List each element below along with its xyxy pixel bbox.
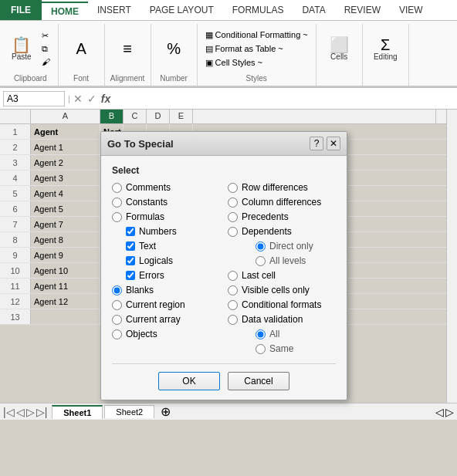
cell[interactable]: Agent 2 (31, 155, 100, 170)
scroll-right-icon[interactable]: ▷ (445, 406, 454, 418)
sheet-nav-next[interactable]: ▷ (26, 406, 35, 418)
paste-button[interactable]: 📋 Paste (8, 35, 36, 63)
radio-col-diff[interactable] (228, 197, 238, 208)
check-logicals[interactable] (126, 256, 135, 265)
dialog-body: Select Comments Constants Formulas (101, 156, 347, 400)
cells-button[interactable]: ⬜ Cells (326, 35, 353, 63)
font-label: Font (73, 74, 89, 83)
tab-view[interactable]: VIEW (390, 0, 432, 20)
radio-dependents[interactable] (228, 227, 238, 237)
cell[interactable]: Agent 5 (31, 201, 100, 216)
ok-button[interactable]: OK (158, 372, 220, 390)
col-header-a[interactable]: A (31, 110, 100, 123)
cell[interactable]: Agent 12 (31, 294, 100, 309)
conditional-formatting-button[interactable]: ▦ Conditional Formatting ~ (202, 29, 311, 41)
radio-direct-only[interactable] (256, 241, 266, 252)
cell[interactable]: Agent 1 (31, 140, 100, 154)
radio-row-diff[interactable] (228, 183, 238, 193)
col-headers: A B C D E (0, 110, 457, 124)
radio-formulas[interactable] (112, 212, 122, 222)
add-sheet-button[interactable]: ⊕ (156, 404, 175, 419)
alignment-button[interactable]: ≡ (116, 39, 139, 59)
radio-current-array[interactable] (112, 315, 122, 325)
cell[interactable]: Agent (31, 124, 100, 139)
font-button[interactable]: A (69, 39, 93, 59)
tab-review[interactable]: REVIEW (335, 0, 390, 20)
cell[interactable]: Agent 11 (31, 279, 100, 293)
option-text: Text (112, 241, 220, 252)
cell[interactable]: Agent 9 (31, 248, 100, 262)
format-painter-button[interactable]: 🖌 (39, 56, 53, 67)
confirm-formula-icon[interactable]: ✓ (87, 93, 96, 105)
format-as-table-button[interactable]: ▤ Format as Table ~ (202, 43, 286, 55)
tab-formulas[interactable]: FORMULAS (223, 0, 293, 20)
sheet-nav-first[interactable]: |◁ (3, 406, 15, 418)
label-col-diff: Column differences (242, 197, 321, 208)
tab-data[interactable]: DATA (293, 0, 334, 20)
radio-current-region[interactable] (112, 300, 122, 310)
cell-styles-button[interactable]: ▣ Cell Styles ~ (202, 57, 266, 69)
radio-same-val[interactable] (256, 344, 266, 354)
copy-button[interactable]: ⧉ (39, 43, 53, 55)
radio-comments[interactable] (112, 183, 122, 193)
cell-styles-label: Cell Styles ~ (215, 58, 262, 67)
sheet-nav-prev[interactable]: ◁ (16, 406, 25, 418)
radio-blanks[interactable] (112, 285, 122, 295)
radio-conditional-formats[interactable] (228, 300, 238, 310)
check-numbers[interactable] (126, 227, 135, 236)
cell[interactable]: Agent 7 (31, 217, 100, 231)
dialog-close-button[interactable]: ✕ (327, 137, 340, 150)
radio-constants[interactable] (112, 197, 122, 208)
formula-input[interactable] (113, 93, 454, 104)
radio-data-validation[interactable] (228, 315, 238, 325)
radio-all-levels[interactable] (256, 256, 266, 266)
insert-function-icon[interactable]: fx (101, 93, 110, 105)
scrollbar-vertical[interactable] (446, 110, 457, 403)
ribbon-group-cells: ⬜ Cells (317, 24, 363, 86)
editing-button[interactable]: Σ Editing (370, 35, 401, 63)
cancel-formula-icon[interactable]: ✕ (73, 93, 83, 105)
cell[interactable]: Agent 3 (31, 170, 100, 185)
dialog-help-button[interactable]: ? (310, 137, 323, 150)
scroll-left-icon[interactable]: ◁ (435, 406, 444, 418)
col-header-b[interactable]: B (100, 110, 124, 123)
sheet-tab-sheet2[interactable]: Sheet2 (104, 405, 154, 418)
radio-all-val[interactable] (256, 329, 266, 339)
number-button[interactable]: % (162, 39, 185, 59)
scroll-buttons: ◁ ▷ (435, 406, 457, 418)
cell[interactable] (31, 309, 100, 324)
go-to-special-dialog: Go To Special ? ✕ Select Comments Consta… (100, 131, 347, 400)
cell[interactable]: Agent 4 (31, 186, 100, 201)
editing-icon: Σ (381, 37, 390, 52)
radio-last-cell[interactable] (228, 271, 238, 281)
col-header-d[interactable]: D (147, 110, 170, 123)
tab-file[interactable]: FILE (0, 0, 42, 20)
cell[interactable]: Agent 8 (31, 232, 100, 247)
check-text[interactable] (126, 241, 135, 251)
cut-button[interactable]: ✂ (39, 30, 53, 42)
tab-insert[interactable]: INSERT (88, 0, 140, 20)
cell[interactable]: Agent 10 (31, 263, 100, 278)
label-dependents: Dependents (242, 226, 292, 237)
conditional-formatting-icon: ▦ (205, 30, 213, 40)
radio-visible-cells[interactable] (228, 285, 238, 295)
cancel-button[interactable]: Cancel (228, 372, 289, 390)
editing-label: Editing (374, 52, 398, 61)
label-precedents: Precedents (242, 211, 289, 222)
col-header-e[interactable]: E (170, 110, 193, 123)
tab-page-layout[interactable]: PAGE LAYOUT (140, 0, 223, 20)
copy-icon: ⧉ (42, 44, 48, 54)
option-comments: Comments (112, 182, 220, 193)
check-errors[interactable] (126, 271, 135, 280)
sheet-tab-sheet1[interactable]: Sheet1 (52, 405, 103, 419)
sheet-nav-last[interactable]: ▷| (36, 406, 48, 418)
dialog-buttons: OK Cancel (112, 363, 336, 390)
name-box[interactable] (3, 91, 65, 106)
col-header-c[interactable]: C (124, 110, 147, 123)
label-comments: Comments (126, 182, 171, 193)
radio-precedents[interactable] (228, 212, 238, 222)
row-number: 3 (0, 155, 31, 170)
tab-home[interactable]: HOME (42, 2, 88, 20)
radio-objects[interactable] (112, 329, 122, 339)
option-direct-only: Direct only (228, 241, 336, 252)
